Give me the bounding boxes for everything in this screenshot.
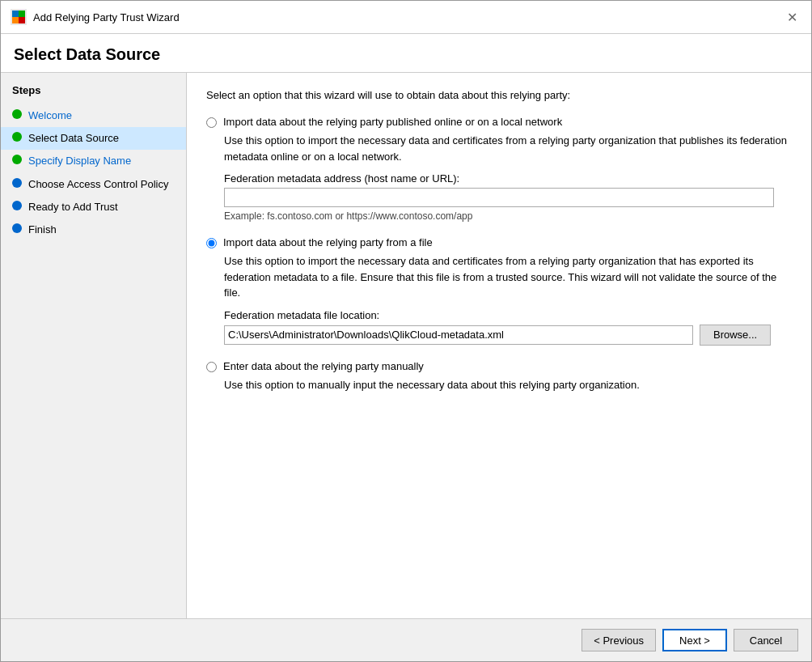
option-group-file: Import data about the relying party from… [206, 236, 792, 346]
field-group-file: Federation metadata file location: Brows… [224, 309, 792, 346]
label-file[interactable]: Import data about the relying party from… [223, 236, 433, 248]
sidebar: Steps Welcome Select Data Source Specify… [1, 73, 187, 618]
field-label-online: Federation metadata address (host name o… [224, 172, 792, 185]
sidebar-item-welcome[interactable]: Welcome [1, 104, 186, 127]
radio-file[interactable] [206, 238, 217, 248]
svg-rect-1 [12, 11, 19, 17]
option-group-online: Import data about the relying party publ… [206, 116, 792, 222]
title-bar: Add Relying Party Trust Wizard ✕ [1, 1, 811, 34]
page-header: Select Data Source [1, 34, 811, 73]
title-bar-left: Add Relying Party Trust Wizard [11, 9, 180, 25]
footer: < Previous Next > Cancel [1, 618, 811, 661]
file-row: Browse... [224, 325, 792, 346]
svg-rect-2 [19, 11, 25, 17]
description-manual: Use this option to manually input the ne… [224, 377, 792, 393]
radio-row-file: Import data about the relying party from… [206, 236, 792, 248]
browse-button[interactable]: Browse... [700, 325, 771, 346]
sidebar-item-ready[interactable]: Ready to Add Trust [1, 196, 186, 219]
step-label-welcome: Welcome [28, 108, 72, 123]
close-button[interactable]: ✕ [782, 7, 801, 27]
radio-manual[interactable] [206, 362, 217, 372]
next-button[interactable]: Next > [662, 629, 727, 651]
sidebar-item-access-control[interactable]: Choose Access Control Policy [1, 173, 186, 196]
sidebar-item-specify-display-name[interactable]: Specify Display Name [1, 150, 186, 172]
main-instruction: Select an option that this wizard will u… [206, 89, 792, 101]
step-dot-access [12, 178, 22, 188]
radio-row-manual: Enter data about the relying party manua… [206, 360, 792, 372]
label-online[interactable]: Import data about the relying party publ… [223, 116, 562, 128]
content-area: Steps Welcome Select Data Source Specify… [1, 73, 811, 618]
label-manual[interactable]: Enter data about the relying party manua… [223, 360, 424, 372]
svg-rect-3 [12, 17, 19, 23]
step-label-access: Choose Access Control Policy [28, 177, 168, 192]
step-label-select: Select Data Source [28, 131, 119, 146]
main-panel: Select an option that this wizard will u… [187, 73, 811, 618]
field-group-online: Federation metadata address (host name o… [224, 172, 792, 222]
wizard-icon [11, 9, 27, 25]
step-label-finish: Finish [28, 223, 57, 237]
page-title: Select Data Source [14, 45, 798, 64]
step-dot-welcome [12, 109, 22, 119]
step-label-ready: Ready to Add Trust [28, 200, 118, 214]
description-file: Use this option to import the necessary … [224, 253, 792, 301]
metadata-address-input[interactable] [224, 188, 774, 207]
step-dot-finish [12, 223, 22, 233]
step-label-specify: Specify Display Name [28, 154, 131, 168]
field-example-online: Example: fs.contoso.com or https://www.c… [224, 210, 792, 222]
window-title: Add Relying Party Trust Wizard [33, 11, 180, 23]
option-group-manual: Enter data about the relying party manua… [206, 360, 792, 393]
wizard-window: Add Relying Party Trust Wizard ✕ Select … [0, 0, 812, 662]
metadata-file-input[interactable] [224, 325, 693, 345]
step-dot-ready [12, 201, 22, 210]
description-online: Use this option to import the necessary … [224, 133, 792, 164]
field-label-file: Federation metadata file location: [224, 309, 792, 321]
step-dot-select [12, 132, 22, 142]
cancel-button[interactable]: Cancel [734, 629, 798, 651]
previous-button[interactable]: < Previous [582, 629, 656, 651]
sidebar-item-finish[interactable]: Finish [1, 219, 186, 241]
svg-rect-4 [19, 17, 25, 23]
sidebar-item-select-data-source[interactable]: Select Data Source [1, 127, 186, 150]
radio-row-online: Import data about the relying party publ… [206, 116, 792, 128]
step-dot-specify [12, 155, 22, 164]
sidebar-title: Steps [1, 84, 186, 104]
radio-online[interactable] [206, 117, 217, 128]
